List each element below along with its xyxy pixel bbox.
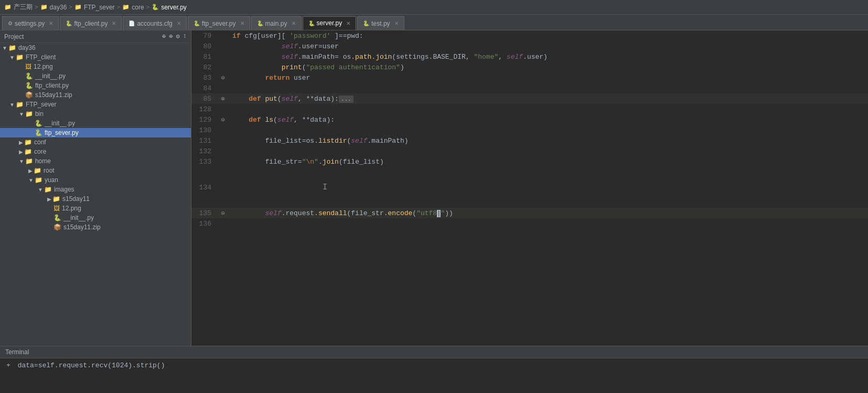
tab-accounts-close[interactable]: ✕ bbox=[177, 20, 181, 26]
tree-label-ftpclient: FTP_client bbox=[26, 54, 56, 61]
line-code-84 bbox=[228, 83, 868, 93]
sidebar-icon-3[interactable]: ⚙ bbox=[176, 33, 180, 40]
tree-label-core: core bbox=[34, 148, 46, 155]
tree-item-s15day11[interactable]: ▶ 📁 s15day11 bbox=[0, 194, 191, 204]
tree-label-images: images bbox=[54, 186, 74, 193]
tab-ftp-client-close[interactable]: ✕ bbox=[112, 20, 116, 26]
line-row-82: 82 print("passed authentication") bbox=[191, 62, 868, 72]
tab-test[interactable]: 🐍 test.py ✕ bbox=[357, 16, 404, 30]
line-row-80: 80 self.user=user bbox=[191, 41, 868, 51]
breadcrumb-item-0[interactable]: 📁 产三期 bbox=[4, 3, 33, 12]
tab-test-label: test.py bbox=[371, 20, 390, 27]
line-code-134: I bbox=[228, 167, 868, 208]
tree-label-conf: conf bbox=[34, 139, 46, 146]
sidebar-icon-4[interactable]: ↕ bbox=[183, 33, 187, 40]
tree-item-ftpclient[interactable]: ▼ 📁 FTP_client bbox=[0, 52, 191, 62]
folder-icon-ftpclient: 📁 bbox=[16, 54, 24, 61]
tree-item-12png-1[interactable]: 🖼 12.png bbox=[0, 62, 191, 71]
tree-label-12png-2: 12.png bbox=[62, 205, 81, 212]
file-icon-zip2: 📦 bbox=[53, 224, 61, 231]
sidebar-icon-1[interactable]: ⊕ bbox=[162, 33, 166, 40]
tree-item-bin[interactable]: ▼ 📁 bin bbox=[0, 109, 191, 119]
tree-item-12png-2[interactable]: 🖼 12.png bbox=[0, 204, 191, 213]
arrow-s15day11: ▶ bbox=[47, 196, 51, 202]
terminal-area: Terminal + data=self.request.recv(1024).… bbox=[0, 346, 868, 393]
breadcrumb-item-4[interactable]: 🐍 server.py bbox=[152, 4, 187, 11]
line-gutter-135[interactable]: ⊖ bbox=[218, 208, 228, 218]
tree-item-init2[interactable]: 🐍 __init__.py bbox=[0, 119, 191, 128]
breadcrumb-bar: 📁 产三期 > 📁 day36 > 📁 FTP_sever > 📁 core >… bbox=[0, 0, 868, 15]
terminal-content[interactable]: + data=self.request.recv(1024).strip() bbox=[0, 358, 868, 373]
line-gutter-130 bbox=[218, 125, 228, 135]
tab-main[interactable]: 🐍 main.py ✕ bbox=[251, 16, 302, 30]
tree-label-init1: __init__.py bbox=[35, 72, 66, 80]
breadcrumb-item-2[interactable]: 📁 FTP_sever bbox=[74, 4, 115, 11]
tree-item-conf[interactable]: ▶ 📁 conf bbox=[0, 137, 191, 147]
terminal-title: Terminal bbox=[5, 348, 29, 356]
line-row-132: 132 bbox=[191, 146, 868, 156]
line-code-85: def put(self, **data):... bbox=[228, 93, 868, 104]
tree-item-yuan[interactable]: ▼ 📁 yuan bbox=[0, 175, 191, 185]
line-num-132: 132 bbox=[191, 146, 218, 156]
line-num-129: 129 bbox=[191, 114, 218, 125]
tab-ftp-client-icon: 🐍 bbox=[66, 20, 72, 26]
terminal-text: data=self.request.recv(1024).strip() bbox=[18, 362, 165, 369]
folder-icon-day36: 📁 bbox=[8, 44, 16, 51]
tree-item-zip1[interactable]: 📦 s15day11.zip bbox=[0, 90, 191, 100]
arrow-yuan: ▼ bbox=[28, 177, 34, 183]
tab-server[interactable]: 🐍 server.py ✕ bbox=[303, 16, 357, 30]
line-gutter-81 bbox=[218, 51, 228, 62]
tree-item-ftpseverpy[interactable]: 🐍 ftp_sever.py bbox=[0, 128, 191, 137]
line-gutter-134 bbox=[218, 167, 228, 208]
folder-icon-2: 📁 bbox=[74, 4, 82, 10]
sidebar-icon-2[interactable]: ⊕ bbox=[169, 33, 173, 40]
tree-item-init3[interactable]: 🐍 __init__.py bbox=[0, 213, 191, 222]
tab-settings-label: settings.py bbox=[15, 20, 45, 27]
code-table: 79 if cfg[user][ 'password' ]==pwd: 80 s… bbox=[191, 30, 868, 229]
line-num-84: 84 bbox=[191, 83, 218, 93]
line-num-128: 128 bbox=[191, 104, 218, 114]
tree-item-ftpclientpy[interactable]: 🐍 ftp_client.py bbox=[0, 81, 191, 90]
line-row-128: 128 bbox=[191, 104, 868, 114]
tab-ftp-client[interactable]: 🐍 ftp_client.py ✕ bbox=[60, 16, 122, 30]
tab-settings[interactable]: ⚙ settings.py ✕ bbox=[2, 16, 59, 30]
line-gutter-85[interactable]: ⊕ bbox=[218, 93, 228, 104]
tree-item-day36[interactable]: ▼ 📁 day36 bbox=[0, 43, 191, 52]
tab-ftp-sever[interactable]: 🐍 ftp_sever.py ✕ bbox=[188, 16, 250, 30]
arrow-root: ▶ bbox=[28, 168, 33, 174]
line-row-83: 83 ⊖ return user bbox=[191, 72, 868, 83]
breadcrumb-label-1: day36 bbox=[50, 4, 67, 11]
tree-item-images[interactable]: ▼ 📁 images bbox=[0, 185, 191, 194]
breadcrumb-item-1[interactable]: 📁 day36 bbox=[40, 4, 67, 11]
tree-item-root[interactable]: ▶ 📁 root bbox=[0, 166, 191, 175]
line-code-82: print("passed authentication") bbox=[228, 62, 868, 72]
tab-ftp-sever-icon: 🐍 bbox=[194, 20, 200, 26]
tab-test-close[interactable]: ✕ bbox=[394, 20, 399, 26]
arrow-images: ▼ bbox=[38, 187, 43, 193]
line-row-135: 135 ⊖ self.request.sendall(file_str.enco… bbox=[191, 208, 868, 218]
tree-item-home[interactable]: ▼ 📁 home bbox=[0, 156, 191, 166]
code-editor[interactable]: 79 if cfg[user][ 'password' ]==pwd: 80 s… bbox=[191, 30, 868, 346]
line-row-130: 130 bbox=[191, 125, 868, 135]
tab-settings-close[interactable]: ✕ bbox=[49, 20, 53, 26]
tab-ftp-client-label: ftp_client.py bbox=[74, 20, 108, 27]
tab-ftp-sever-close[interactable]: ✕ bbox=[240, 20, 244, 26]
tree-item-core[interactable]: ▶ 📁 core bbox=[0, 147, 191, 156]
sidebar-icons: ⊕ ⊕ ⚙ ↕ bbox=[162, 33, 187, 40]
line-num-79: 79 bbox=[191, 30, 218, 41]
line-code-79: if cfg[user][ 'password' ]==pwd: bbox=[228, 30, 868, 41]
line-code-131: file_list=os.listdir(self.mainPath) bbox=[228, 135, 868, 146]
tree-item-zip2[interactable]: 📦 s15day11.zip bbox=[0, 222, 191, 232]
tab-server-close[interactable]: ✕ bbox=[346, 20, 350, 26]
terminal-plus-icon: + bbox=[6, 362, 10, 369]
file-icon-ftpclientpy: 🐍 bbox=[25, 82, 33, 89]
file-icon-ftpseverpy: 🐍 bbox=[35, 129, 42, 136]
tree-item-ftpsever[interactable]: ▼ 📁 FTP_sever bbox=[0, 100, 191, 109]
line-row-136: 136 bbox=[191, 218, 868, 229]
breadcrumb-item-3[interactable]: 📁 core bbox=[122, 4, 144, 11]
tree-item-init1[interactable]: 🐍 __init__.py bbox=[0, 71, 191, 81]
tree-label-bin: bin bbox=[35, 110, 44, 118]
tab-main-close[interactable]: ✕ bbox=[292, 20, 296, 26]
line-gutter-129[interactable]: ⊖ bbox=[218, 114, 228, 125]
tab-accounts[interactable]: 📄 accounts.cfg ✕ bbox=[123, 16, 186, 30]
